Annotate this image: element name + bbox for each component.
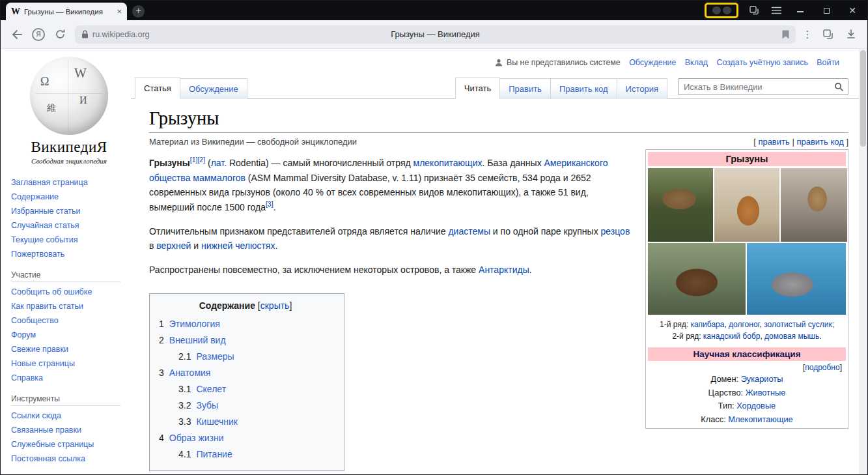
- personal-link-talk[interactable]: Обсуждение: [629, 58, 676, 67]
- sidebar-item-main-page[interactable]: Заглавная страница: [11, 175, 127, 190]
- inline-link[interactable]: скрыть: [260, 300, 290, 311]
- toc-item-intestine[interactable]: 3.3Кишечник: [159, 414, 332, 430]
- scrollbar-thumb[interactable]: [860, 50, 866, 147]
- sidebar-item-report-error[interactable]: Сообщить об ошибке: [11, 285, 127, 299]
- toc-item-nutrition[interactable]: 4.1Питание: [159, 446, 332, 463]
- site-identity[interactable]: ru.wikipedia.org: [81, 30, 150, 39]
- wiki-search[interactable]: [678, 78, 848, 95]
- inline-link[interactable]: [1]: [190, 156, 198, 164]
- collections-icon[interactable]: [819, 26, 836, 43]
- toc-item-etymology[interactable]: 1Этимология: [159, 316, 332, 332]
- text-segment: .: [275, 240, 277, 251]
- toc-item-lifestyle[interactable]: 4Образ жизни: [159, 430, 332, 446]
- back-icon[interactable]: [8, 26, 25, 43]
- tab-history[interactable]: История: [617, 78, 667, 99]
- sidebar-header-tools: Инструменты: [11, 394, 120, 406]
- sidebar-item-recent-changes[interactable]: Свежие правки: [11, 342, 127, 356]
- maximize-button[interactable]: [818, 5, 835, 16]
- tab-read[interactable]: Читать: [455, 78, 500, 99]
- tab-edit[interactable]: Править: [500, 78, 551, 99]
- sidebar-item-contents[interactable]: Содержание: [11, 190, 127, 204]
- image-springhare[interactable]: [714, 168, 779, 242]
- inline-link[interactable]: верхней: [156, 240, 191, 251]
- tax-value-link[interactable]: Эукариоты: [741, 374, 783, 384]
- inline-link[interactable]: [2]: [197, 156, 205, 164]
- toc-item-appearance[interactable]: 2Внешний вид: [159, 332, 332, 349]
- inline-link[interactable]: канадский бобр: [703, 332, 761, 341]
- inline-link[interactable]: домовая мышь: [764, 332, 819, 341]
- toc-item-teeth[interactable]: 3.2Зубы: [159, 397, 332, 414]
- search-icon[interactable]: [834, 82, 844, 92]
- sidebar-item-featured[interactable]: Избранные статьи: [11, 204, 127, 218]
- personal-link-login[interactable]: Войти: [817, 58, 839, 67]
- sidebar-item-random[interactable]: Случайная статья: [11, 218, 127, 233]
- toc-hide-link[interactable]: [скрыть]: [255, 300, 292, 311]
- titlebar-controls: ✕: [705, 1, 867, 20]
- inline-link[interactable]: млекопитающих: [413, 158, 483, 168]
- tab-close-icon[interactable]: ×: [117, 7, 122, 16]
- sidebar-item-new-pages[interactable]: Новые страницы: [11, 356, 127, 371]
- inline-link[interactable]: Антарктиды: [479, 265, 529, 275]
- inline-link[interactable]: капибара: [690, 320, 724, 329]
- browser-tab[interactable]: W Грызуны — Википедия ×: [6, 3, 127, 20]
- downloads-icon[interactable]: [843, 26, 860, 43]
- inline-link[interactable]: править: [758, 137, 789, 147]
- tab-groups-icon[interactable]: [748, 1, 761, 20]
- text-segment: и по одной паре крупных: [490, 226, 601, 237]
- wikipedia-wordmark[interactable]: ВикипедиЯ: [11, 139, 127, 156]
- image-house-mouse[interactable]: [747, 243, 846, 315]
- inline-link[interactable]: долгоног: [729, 320, 759, 329]
- tax-value-link[interactable]: Млекопитающие: [728, 414, 792, 424]
- text-segment: ]: [840, 363, 842, 372]
- sidebar-item-what-links-here[interactable]: Ссылки сюда: [11, 409, 127, 423]
- search-input[interactable]: [684, 82, 834, 92]
- image-golden-squirrel[interactable]: [781, 168, 847, 242]
- image-capybara[interactable]: [648, 168, 713, 242]
- highlighted-sidebar-panels-button[interactable]: [705, 3, 738, 18]
- toc-item-sizes[interactable]: 2.1Размеры: [159, 349, 332, 365]
- close-button[interactable]: ✕: [844, 5, 861, 16]
- scrollbar-track[interactable]: [859, 49, 867, 474]
- tab-discussion[interactable]: Обсуждение: [180, 78, 247, 99]
- toc-item-skeleton[interactable]: 3.1Скелет: [159, 381, 332, 397]
- not-logged-in-notice: Вы не представились системе: [507, 58, 621, 67]
- sidebar-item-help[interactable]: Справка: [11, 371, 127, 385]
- new-tab-button[interactable]: +: [132, 5, 145, 18]
- image-beaver[interactable]: [648, 243, 746, 315]
- tax-value-link[interactable]: Хордовые: [736, 401, 776, 410]
- text-segment: Распространены повсеместно, за исключени…: [149, 265, 479, 275]
- wikipedia-globe-logo[interactable]: Ω W И 維: [30, 57, 108, 135]
- more-options-icon[interactable]: ⋮: [802, 32, 813, 37]
- inline-link[interactable]: нижней челюстях: [201, 240, 275, 251]
- menu-icon[interactable]: [770, 1, 783, 20]
- tab-article[interactable]: Статья: [135, 78, 180, 99]
- sidebar-item-current-events[interactable]: Текущие события: [11, 233, 127, 247]
- text-segment: Грызуны: [149, 158, 190, 168]
- inline-link[interactable]: [3]: [266, 200, 273, 208]
- details-link[interactable]: [подробно]: [648, 361, 846, 373]
- sidebar-item-how-to-edit[interactable]: Как править статьи: [11, 299, 127, 313]
- inline-link[interactable]: лат.: [211, 158, 227, 168]
- tax-value-link[interactable]: Животные: [746, 388, 786, 397]
- personal-link-contributions[interactable]: Вклад: [685, 58, 708, 67]
- bookmark-flag-icon[interactable]: [782, 30, 789, 39]
- sidebar-item-forum[interactable]: Форум: [11, 328, 127, 342]
- sidebar-item-community[interactable]: Сообщество: [11, 313, 127, 328]
- inline-link[interactable]: золотистый суслик: [764, 320, 832, 329]
- yandex-button[interactable]: Я: [32, 28, 45, 41]
- tab-edit-source[interactable]: Править код: [551, 78, 617, 99]
- toc-item-anatomy[interactable]: 3Анатомия: [159, 365, 332, 381]
- reload-icon[interactable]: [51, 26, 68, 43]
- sidebar-item-related-changes[interactable]: Связанные правки: [11, 423, 127, 437]
- personal-link-create-account[interactable]: Создать учётную запись: [716, 58, 807, 67]
- inline-link[interactable]: править код: [796, 137, 843, 147]
- sidebar-item-permanent-link[interactable]: Постоянная ссылка: [11, 452, 127, 466]
- inline-link[interactable]: резцов: [601, 226, 630, 237]
- sidebar-item-special-pages[interactable]: Служебные страницы: [11, 437, 127, 452]
- inline-link[interactable]: диастемы: [448, 226, 490, 237]
- sidebar-item-donate[interactable]: Пожертвовать: [11, 247, 127, 261]
- classification-rows: Домен: Эукариоты Царство: Животные Тип: …: [648, 373, 846, 426]
- inline-link[interactable]: подробно: [805, 363, 839, 372]
- minimize-button[interactable]: [792, 5, 809, 16]
- address-bar[interactable]: ru.wikipedia.org Грызуны — Википедия: [75, 25, 796, 44]
